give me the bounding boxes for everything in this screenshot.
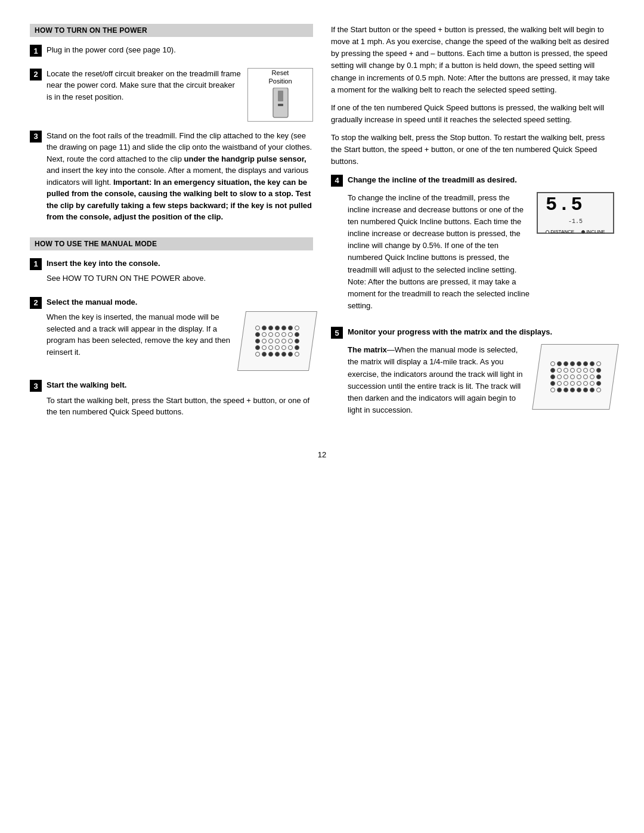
dot [275, 339, 280, 343]
dot [255, 345, 260, 350]
dot [596, 381, 601, 386]
dot [570, 361, 575, 366]
step-3-content: Stand on the foot rails of the treadmill… [47, 130, 313, 227]
step-1-text: Plug in the power cord (see page 10). [47, 44, 313, 56]
manual-step-1-content: Insert the key into the console. See HOW… [47, 258, 313, 288]
dot [295, 332, 299, 337]
manual-step-3-content: Start the walking belt. To start the wal… [47, 379, 313, 422]
dot [583, 388, 588, 392]
incline-number: 5.5 [543, 190, 608, 219]
matrix-grid-track [550, 361, 601, 392]
matrix-row-1 [255, 326, 299, 330]
manual-step-3-number: 3 [30, 380, 42, 392]
manual-step-2-text: When the key is inserted, the manual mod… [47, 311, 236, 361]
manual-step-2-para: When the key is inserted, the manual mod… [47, 311, 236, 358]
svg-rect-2 [278, 104, 283, 106]
step-2-number: 2 [30, 69, 42, 80]
dot [577, 388, 581, 392]
dot [583, 368, 588, 373]
dot [564, 381, 568, 386]
dot [268, 339, 273, 343]
dot [262, 339, 267, 343]
step-4-number: 4 [331, 175, 343, 187]
dot [590, 368, 595, 373]
matrix-row-4 [255, 345, 299, 350]
dot [590, 381, 595, 386]
dot [596, 361, 601, 366]
dot [295, 339, 299, 343]
dot [550, 361, 555, 366]
dot [577, 374, 581, 379]
track-row-3 [550, 374, 601, 379]
dot [564, 388, 568, 392]
right-step-5: 5 Monitor your progress with the matrix … [331, 326, 614, 422]
dot [570, 381, 575, 386]
step-3-para: Stand on the foot rails of the treadmill… [47, 130, 313, 223]
power-step-3: 3 Stand on the foot rails of the treadmi… [30, 130, 313, 227]
incline-sub-value: -1.5 [568, 218, 583, 225]
dot [570, 388, 575, 392]
manual-mode-matrix-image [237, 311, 317, 371]
dot [268, 326, 273, 330]
dot [596, 388, 601, 392]
dot [557, 361, 562, 366]
dot [255, 326, 260, 330]
dot [583, 361, 588, 366]
dot [550, 388, 555, 392]
step-2-text: Locate the reset/off circuit breaker on … [47, 68, 242, 107]
power-step-1: 1 Plug in the power cord (see page 10). [30, 44, 313, 60]
dot [262, 352, 267, 357]
step-3-number: 3 [30, 131, 42, 143]
right-para-2: If one of the ten numbered Quick Speed b… [331, 102, 614, 126]
dot [295, 326, 299, 330]
dot [564, 368, 568, 373]
dot [281, 339, 286, 343]
distance-label: DISTANCE [550, 228, 574, 236]
section-manual: HOW TO USE THE MANUAL MODE 1 Insert the … [30, 237, 313, 422]
incline-label-item: INCLINE [581, 228, 605, 236]
dot [564, 361, 568, 366]
reset-device-icon [270, 88, 291, 120]
step-5-header: Monitor your progress with the matrix an… [348, 326, 614, 338]
incline-dot [581, 230, 585, 234]
dot [583, 374, 588, 379]
manual-step-2-content: Select the manual mode. When the key is … [47, 296, 313, 371]
dot [577, 368, 581, 373]
dot [288, 326, 293, 330]
right-column: If the Start button or the speed + butto… [331, 24, 614, 432]
track-row-1 [550, 361, 601, 366]
page-layout: HOW TO TURN ON THE POWER 1 Plug in the p… [30, 24, 614, 432]
manual-step-1: 1 Insert the key into the console. See H… [30, 258, 313, 288]
track-row-5 [550, 388, 601, 392]
distance-label-item: DISTANCE [546, 228, 574, 236]
dot [268, 345, 273, 350]
distance-dot [546, 230, 549, 234]
manual-step-2-number: 2 [30, 297, 42, 309]
dot [288, 332, 293, 337]
step-4-layout: To change the incline of the treadmill, … [348, 192, 614, 318]
dot [590, 374, 595, 379]
track-row-2 [550, 368, 601, 373]
incline-labels: DISTANCE INCLINE [546, 228, 605, 236]
dot [550, 374, 555, 379]
svg-text:5.5: 5.5 [546, 194, 584, 215]
left-column: HOW TO TURN ON THE POWER 1 Plug in the p… [30, 24, 313, 432]
dot [583, 381, 588, 386]
section-manual-header: HOW TO USE THE MANUAL MODE [30, 237, 313, 250]
incline-display: 5.5 -1.5 DISTANCE [537, 192, 614, 234]
manual-step-1-number: 1 [30, 258, 42, 270]
step-1-content: Plug in the power cord (see page 10). [47, 44, 313, 60]
dot [570, 374, 575, 379]
svg-rect-1 [278, 91, 283, 101]
step-4-content: Change the incline of the treadmill as d… [348, 174, 614, 318]
dot [590, 361, 595, 366]
page-number: 12 [30, 450, 614, 459]
step-5-text: The matrix—When the manual mode is selec… [348, 344, 531, 422]
dot [262, 326, 267, 330]
reset-position-image: Reset Position [247, 68, 313, 122]
incline-display-svg: 5.5 [543, 190, 608, 215]
dot [596, 368, 601, 373]
manual-step-3-header: Start the walking belt. [47, 379, 313, 391]
dot [268, 352, 273, 357]
dot [288, 352, 293, 357]
